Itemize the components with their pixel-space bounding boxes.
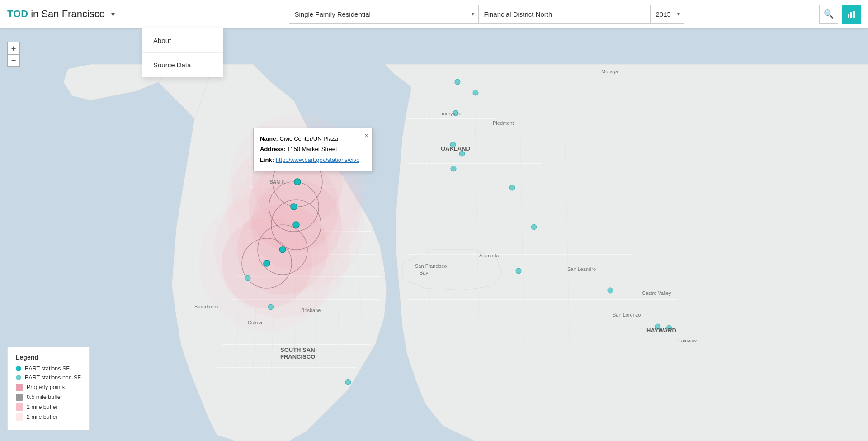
legend-item-bart-sf: BART stations SF: [16, 365, 81, 372]
svg-point-58: [345, 379, 351, 385]
legend-label-property-points: Property points: [27, 384, 65, 390]
brisbane-label: Brisbane: [301, 308, 321, 313]
search-icon: 🔍: [824, 9, 834, 19]
legend-item-property-points: Property points: [16, 384, 81, 391]
legend-title: Legend: [16, 354, 81, 361]
svg-point-60: [531, 224, 537, 230]
legend-label-buffer-05: 0.5 mile buffer: [27, 394, 62, 400]
hayward-label: HAYWARD: [646, 327, 676, 334]
san-lorenzo-label: San Lorenzo: [613, 312, 641, 318]
neighborhood-input[interactable]: [479, 5, 651, 24]
popup-link-label: Link:: [260, 156, 274, 163]
svg-point-57: [268, 304, 274, 310]
map-svg: Sausalito Emeryville Piedmont OAKLAND Al…: [0, 28, 868, 441]
svg-point-50: [455, 79, 460, 85]
search-button[interactable]: 🔍: [819, 5, 838, 24]
zone-select[interactable]: Single Family Residential Multi-Family R…: [289, 5, 479, 24]
svg-point-62: [608, 288, 613, 293]
popup-address-label: Address:: [260, 146, 285, 152]
legend-swatch-bart-nonsf: [16, 375, 21, 380]
legend-label-buffer-1: 1 mile buffer: [27, 404, 58, 410]
right-controls: 🔍: [819, 5, 861, 24]
popup-address-value: 1150 Market Street: [287, 146, 337, 152]
legend-item-buffer-05: 0.5 mile buffer: [16, 394, 81, 401]
svg-point-59: [509, 185, 515, 190]
legend-swatch-bart-sf: [16, 366, 21, 371]
zone-select-container: Single Family Residential Multi-Family R…: [289, 5, 479, 24]
piedmont-label: Piedmont: [493, 120, 514, 126]
oakland-label: OAKLAND: [441, 145, 470, 152]
menu-dropdown-button[interactable]: ▾: [108, 9, 118, 19]
sf-map-label: SAN F.: [269, 179, 285, 185]
svg-point-49: [264, 260, 270, 266]
svg-point-56: [245, 275, 250, 281]
popup-name-value: Civic Center/UN Plaza: [279, 135, 338, 142]
moraga-label: Moraga: [601, 69, 618, 74]
sf-bay-label: San Francisco: [415, 263, 447, 269]
zoom-out-button[interactable]: −: [7, 54, 20, 67]
zoom-in-button[interactable]: +: [7, 42, 20, 54]
south-sf-label: SOUTH SAN: [280, 346, 315, 353]
svg-rect-0: [848, 14, 849, 18]
san-leandro-label: San Leandro: [567, 266, 596, 272]
legend-item-buffer-1: 1 mile buffer: [16, 403, 81, 411]
station-popup: × Name: Civic Center/UN Plaza Address: 1…: [253, 128, 373, 171]
svg-point-47: [293, 222, 299, 228]
legend: Legend BART stations SF BART stations no…: [7, 347, 90, 430]
legend-swatch-property-points: [16, 384, 23, 391]
year-select-container: 201020112012 201320142015 201620172018 ▾: [651, 5, 684, 24]
map-container[interactable]: Sausalito Emeryville Piedmont OAKLAND Al…: [0, 28, 868, 441]
legend-label-buffer-2: 2 mile buffer: [27, 414, 58, 420]
svg-rect-2: [853, 11, 855, 18]
svg-point-55: [451, 166, 456, 171]
about-menu-item[interactable]: About: [142, 28, 223, 53]
header: TOD in San Francisco ▾ Single Family Res…: [0, 0, 868, 28]
zoom-controls: + −: [7, 42, 20, 67]
legend-swatch-buffer-05: [16, 394, 23, 401]
popup-name-label: Name:: [260, 135, 278, 142]
popup-link[interactable]: http://www.bart.gov/stations/civc: [276, 156, 359, 163]
chart-button[interactable]: [842, 5, 861, 24]
fairview-label: Fairview: [678, 338, 697, 343]
svg-point-51: [473, 90, 478, 95]
castro-valley-label: Castro Valley: [642, 290, 671, 296]
svg-point-48: [279, 247, 286, 253]
popup-address-row: Address: 1150 Market Street: [260, 144, 359, 154]
title-area: TOD in San Francisco ▾: [7, 8, 161, 20]
source-data-menu-item[interactable]: Source Data: [142, 53, 223, 77]
legend-item-buffer-2: 2 mile buffer: [16, 413, 81, 421]
south-sf-label2: FRANCISCO: [280, 353, 315, 360]
legend-label-bart-sf: BART stations SF: [25, 365, 70, 372]
legend-swatch-buffer-2: [16, 413, 23, 421]
popup-close-button[interactable]: ×: [364, 130, 368, 142]
dropdown-menu: About Source Data: [142, 28, 223, 77]
tod-text: TOD: [7, 8, 28, 19]
svg-rect-1: [850, 12, 852, 18]
sf-bay-label2: Bay: [420, 270, 428, 275]
svg-point-46: [291, 204, 297, 210]
alameda-label: Alameda: [479, 253, 499, 258]
year-select[interactable]: 201020112012 201320142015 201620172018: [651, 5, 684, 24]
center-controls: Single Family Residential Multi-Family R…: [161, 5, 812, 24]
legend-label-bart-nonsf: BART stations non-SF: [25, 375, 81, 381]
broadmoor-label: Broadmoor: [194, 304, 219, 309]
popup-name-row: Name: Civic Center/UN Plaza: [260, 133, 359, 144]
popup-link-row: Link: http://www.bart.gov/stations/civc: [260, 155, 359, 165]
legend-swatch-buffer-1: [16, 403, 23, 411]
bar-chart-icon: [847, 9, 856, 19]
svg-point-45: [294, 179, 301, 185]
title-rest: in San Francisco: [31, 8, 105, 19]
svg-point-61: [516, 268, 521, 274]
colma-label: Colma: [248, 320, 263, 325]
emeryville-label: Emeryville: [439, 111, 462, 116]
app-title: TOD in San Francisco: [7, 8, 105, 20]
legend-item-bart-nonsf: BART stations non-SF: [16, 375, 81, 381]
